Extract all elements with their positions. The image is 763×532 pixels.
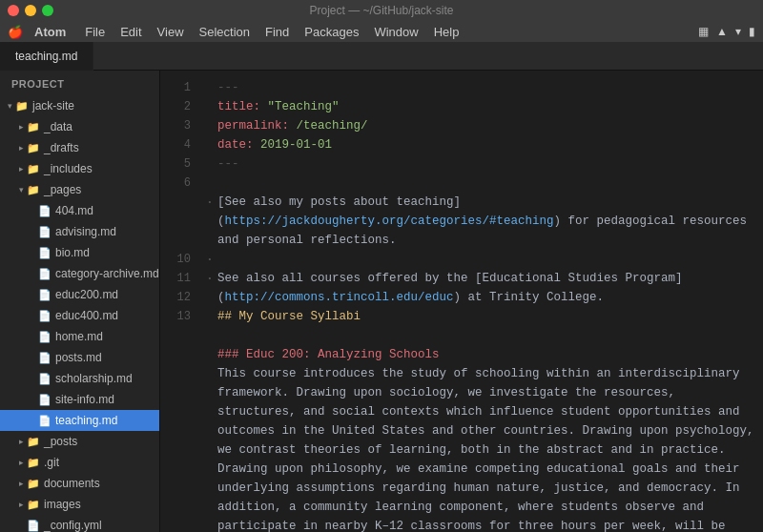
sidebar-item-documents[interactable]: ▸ 📁 documents: [0, 473, 159, 494]
menu-file[interactable]: File: [77, 25, 113, 39]
file-icon-educ200: 📄: [38, 288, 52, 301]
sidebar-item-category-archive[interactable]: ▸ 📄 category-archive.md: [0, 263, 159, 284]
sidebar-item-bio[interactable]: ▸ 📄 bio.md: [0, 242, 159, 263]
code-line-2: title: "Teaching": [202, 97, 755, 116]
code-line-7: • [See also my posts about teaching](htt…: [202, 193, 755, 250]
folder-icon-data: 📁: [27, 120, 40, 133]
code-line-3: permalink: /teaching/: [202, 116, 755, 135]
gutter-8: •: [202, 250, 217, 269]
editor-content[interactable]: 1 2 3 4 5 6 7 8 9 10 11 12 13 ---: [160, 71, 763, 532]
sidebar-item-drafts[interactable]: ▸ 📁 _drafts: [0, 137, 159, 158]
code-text-3: permalink: /teaching/: [217, 116, 755, 135]
label-bio: bio.md: [55, 246, 90, 259]
tab-bar: teaching.md: [0, 42, 763, 71]
code-text-8: [217, 250, 755, 269]
arrow-jacksite: ▾: [4, 100, 15, 112]
menu-bar: 🍎 Atom File Edit View Selection Find Pac…: [0, 21, 763, 42]
label-educ200: educ200.md: [55, 288, 118, 301]
wifi-icon: ▾: [735, 25, 741, 38]
file-icon-home: 📄: [38, 330, 52, 343]
sidebar-item-404[interactable]: ▸ 📄 404.md: [0, 200, 159, 221]
window-title: Project — ~/GitHub/jack-site: [309, 4, 453, 17]
code-editor[interactable]: --- title: "Teaching" permalink: /teachi…: [198, 71, 763, 532]
arrow-pages: ▾: [15, 184, 27, 195]
app-name[interactable]: Atom: [34, 25, 66, 39]
sidebar-item-jacksite[interactable]: ▾ 📁 jack-site: [0, 95, 159, 116]
label-category-archive: category-archive.md: [55, 267, 159, 280]
sidebar-item-images[interactable]: ▸ 📁 images: [0, 494, 159, 515]
editor-area[interactable]: 1 2 3 4 5 6 7 8 9 10 11 12 13 ---: [160, 71, 763, 532]
file-icon-bio: 📄: [38, 246, 52, 259]
code-text-5: ---: [217, 154, 755, 174]
dropbox-icon: ▦: [698, 25, 709, 38]
label-pages: _pages: [44, 183, 81, 196]
label-jacksite: jack-site: [32, 99, 74, 113]
label-includes: _includes: [44, 162, 93, 175]
label-scholarship: scholarship.md: [55, 372, 133, 385]
code-line-11: [202, 326, 755, 345]
label-site-info: site-info.md: [55, 393, 114, 406]
code-line-9: • See also all courses offered by the [E…: [202, 269, 755, 307]
maximize-button[interactable]: [42, 5, 53, 16]
label-home: home.md: [55, 330, 103, 343]
sidebar-item-posts[interactable]: ▸ 📄 posts.md: [0, 347, 159, 368]
sidebar-item-pages[interactable]: ▾ 📁 _pages: [0, 179, 159, 200]
arrow-includes: ▸: [15, 163, 27, 174]
folder-icon-jacksite: 📁: [15, 99, 29, 113]
code-line-6: [202, 174, 755, 193]
sidebar-item-scholarship[interactable]: ▸ 📄 scholarship.md: [0, 368, 159, 389]
folder-icon-images: 📁: [27, 498, 40, 511]
sidebar-item-teaching[interactable]: ▸ 📄 teaching.md: [0, 410, 159, 431]
label-404: 404.md: [55, 204, 93, 217]
file-icon-educ400: 📄: [38, 309, 52, 322]
folder-icon-pages: 📁: [27, 183, 40, 196]
sidebar-item-posts-folder[interactable]: ▸ 📁 _posts: [0, 431, 159, 452]
menu-find[interactable]: Find: [258, 25, 297, 39]
sidebar-item-educ400[interactable]: ▸ 📄 educ400.md: [0, 305, 159, 326]
sidebar-item-includes[interactable]: ▸ 📁 _includes: [0, 158, 159, 179]
arrow-git: ▸: [15, 457, 27, 468]
code-line-1: ---: [202, 78, 755, 97]
sidebar-item-git[interactable]: ▸ 📁 .git: [0, 452, 159, 473]
code-line-13: This course introduces the study of scho…: [202, 364, 755, 532]
code-text-4: date: 2019-01-01: [217, 135, 755, 154]
menu-window[interactable]: Window: [366, 25, 425, 39]
sidebar-item-home[interactable]: ▸ 📄 home.md: [0, 326, 159, 347]
label-posts-file: posts.md: [55, 351, 102, 364]
sidebar-item-educ200[interactable]: ▸ 📄 educ200.md: [0, 284, 159, 305]
close-button[interactable]: [8, 5, 19, 16]
code-line-4: date: 2019-01-01: [202, 135, 755, 154]
menu-edit[interactable]: Edit: [113, 25, 149, 39]
menu-selection[interactable]: Selection: [192, 25, 258, 39]
sidebar-tree[interactable]: ▾ 📁 jack-site ▸ 📁 _data ▸ 📁 _drafts ▸ 📁 …: [0, 95, 159, 532]
arrow-data: ▸: [15, 121, 27, 133]
arrow-drafts: ▸: [15, 142, 27, 153]
label-data: _data: [44, 120, 72, 133]
menu-help[interactable]: Help: [426, 25, 467, 39]
sidebar-item-data[interactable]: ▸ 📁 _data: [0, 116, 159, 137]
code-text-9: See also all courses offered by the [Edu…: [217, 269, 755, 307]
sidebar: Project ▾ 📁 jack-site ▸ 📁 _data ▸ 📁 _dra…: [0, 71, 160, 532]
menu-view[interactable]: View: [150, 25, 192, 39]
sidebar-item-advising[interactable]: ▸ 📄 advising.md: [0, 221, 159, 242]
file-icon-advising: 📄: [38, 225, 52, 238]
menu-packages[interactable]: Packages: [297, 25, 366, 39]
sidebar-item-config[interactable]: ▸ 📄 _config.yml: [0, 515, 159, 532]
label-posts-folder: _posts: [44, 435, 77, 448]
tab-teaching-md[interactable]: teaching.md: [0, 42, 93, 71]
code-text-7: [See also my posts about teaching](https…: [217, 193, 755, 250]
label-config: _config.yml: [44, 519, 102, 532]
tab-label: teaching.md: [15, 50, 77, 63]
apple-menu[interactable]: 🍎: [8, 25, 23, 39]
main-area: Project ▾ 📁 jack-site ▸ 📁 _data ▸ 📁 _dra…: [0, 71, 763, 532]
code-text-10: ## My Course Syllabi: [217, 307, 755, 326]
file-icon-site-info: 📄: [38, 393, 52, 406]
label-advising: advising.md: [55, 225, 116, 238]
label-documents: documents: [44, 477, 100, 490]
upload-icon: ▲: [716, 25, 728, 38]
sidebar-item-site-info[interactable]: ▸ 📄 site-info.md: [0, 389, 159, 410]
minimize-button[interactable]: [25, 5, 36, 16]
label-images: images: [44, 498, 81, 511]
traffic-lights[interactable]: [8, 5, 53, 16]
line-numbers: 1 2 3 4 5 6 7 8 9 10 11 12 13: [160, 71, 198, 532]
